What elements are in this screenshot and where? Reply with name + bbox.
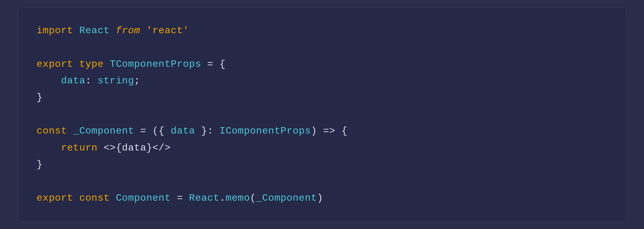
code-token: return	[61, 142, 104, 154]
code-line: data: string;	[37, 73, 607, 89]
code-token: }	[37, 159, 43, 170]
code-line: import React from 'react'	[37, 22, 607, 39]
code-token: ;	[134, 75, 140, 86]
code-line: return <>{data}</>	[37, 140, 607, 156]
code-token: const	[37, 125, 73, 137]
code-token: const	[79, 192, 116, 204]
code-token: data	[61, 75, 85, 86]
code-line: export const Component = React.memo(_Com…	[37, 190, 607, 207]
code-token: data	[171, 125, 195, 137]
code-container: import React from 'react'export type TCo…	[18, 7, 626, 222]
code-line: export type TComponentProps = {	[37, 56, 607, 73]
code-token: )	[317, 192, 323, 204]
code-token: = ({	[134, 125, 171, 137]
code-line-empty	[37, 39, 607, 56]
code-token: 'react'	[146, 25, 189, 36]
code-token: TComponentProps	[110, 58, 201, 70]
code-token: .	[219, 192, 226, 204]
code-token: from	[116, 25, 140, 36]
code-token	[140, 25, 146, 36]
code-token: React	[79, 25, 116, 36]
code-token: =	[171, 192, 189, 204]
code-token: string	[97, 75, 134, 86]
code-token: IComponentProps	[219, 125, 311, 137]
code-token: )	[311, 125, 323, 137]
code-token: (	[250, 192, 256, 204]
code-token: = {	[201, 58, 226, 70]
code-line: }	[37, 89, 607, 106]
code-token: memo	[226, 192, 250, 204]
code-token: export	[37, 192, 79, 204]
code-token: Component	[116, 192, 171, 204]
code-token: export	[37, 58, 79, 70]
code-block: import React from 'react'export type TCo…	[37, 22, 607, 207]
code-line-empty	[37, 106, 607, 123]
code-token: React	[189, 192, 219, 204]
code-line-empty	[37, 173, 607, 190]
code-token	[37, 75, 61, 86]
code-token: import	[37, 25, 79, 36]
code-token: <>{data}</>	[104, 142, 171, 154]
code-token: type	[79, 58, 110, 70]
code-token: }:	[195, 125, 219, 137]
code-token	[37, 142, 61, 154]
code-line: const _Component = ({ data }: IComponent…	[37, 123, 607, 139]
code-token: =>	[323, 125, 336, 137]
code-token: _Component	[73, 125, 134, 137]
code-token: :	[85, 75, 98, 86]
code-token: }	[37, 92, 43, 103]
code-token: _Component	[256, 192, 317, 204]
code-token: {	[335, 125, 348, 137]
code-line: }	[37, 156, 607, 173]
